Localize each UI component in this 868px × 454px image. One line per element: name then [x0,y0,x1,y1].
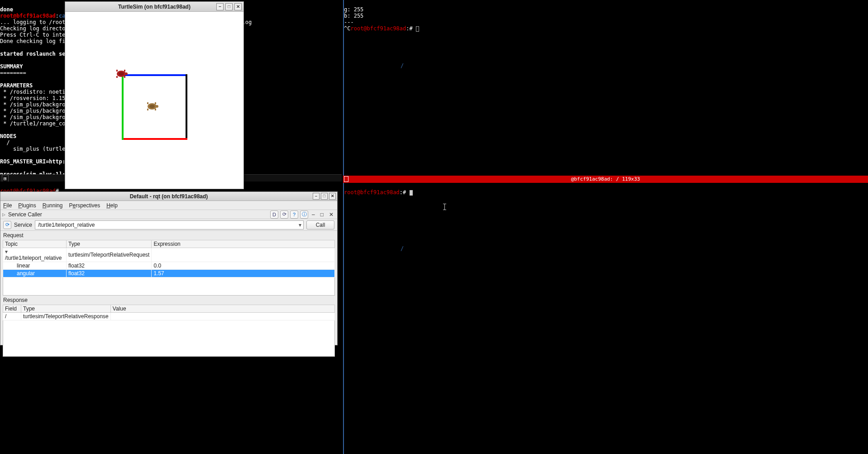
turtlesim-canvas[interactable] [65,12,243,189]
menu-help[interactable]: Help [106,202,118,209]
svg-rect-3 [116,70,118,72]
service-label: Service [14,222,32,228]
maximize-icon[interactable]: □ [225,3,233,10]
svg-point-2 [125,72,128,75]
refresh-services-icon[interactable]: ⟳ [3,221,11,229]
rqt-dock-header: ▷ Service Caller D ⟳ ? ⓘ – □ ✕ [0,210,337,219]
request-table[interactable]: Topic Type Expression ▾/turtle1/teleport… [3,240,335,277]
service-combobox[interactable]: /turtle1/teleport_relative [35,220,304,229]
request-row[interactable]: ▾/turtle1/teleport_relativeturtlesim/Tel… [3,248,335,262]
minimize-icon[interactable]: – [313,193,320,200]
help-icon[interactable]: ? [290,210,298,219]
terminal-bottom-right[interactable]: root@bfcf91ac98ad:/# [343,183,868,454]
dock-btn-d-icon[interactable]: D [270,210,278,219]
svg-point-9 [156,105,158,108]
prompt-root: root [344,189,357,196]
svg-point-1 [119,72,124,76]
svg-rect-6 [124,76,125,78]
tmux-status-text: @bfcf91ac98ad: / 119x33 [571,176,640,182]
rqt-menubar[interactable]: File Plugins Running Perspectives Help [0,201,337,210]
svg-rect-5 [124,70,125,72]
term-tr-text: g: 255 b: 255 --- ^Croot@bfcf91ac98ad:/# [344,6,419,32]
response-table[interactable]: Field Type Value /turtlesim/TeleportRela… [3,305,335,320]
svg-rect-10 [147,102,148,104]
dock-minimize-icon[interactable]: – [310,211,317,218]
trail-left [122,74,124,140]
menu-plugins[interactable]: Plugins [18,202,36,209]
request-table-blank [3,277,335,296]
rqt-title: Default - rqt (on bfcf91ac98ad) [130,193,208,200]
svg-rect-11 [147,109,148,110]
prompt-path: / [401,245,466,311]
req-col-topic[interactable]: Topic [3,240,67,248]
call-button[interactable]: Call [306,220,334,229]
tmux-status-indicator-icon [344,176,348,182]
text-cursor-icon [444,204,445,210]
menu-running[interactable]: Running [43,202,63,209]
dock-float-icon[interactable]: □ [319,211,325,218]
resp-col-value[interactable]: Value [110,305,334,313]
maximize-icon[interactable]: □ [321,193,328,200]
close-icon[interactable]: ✕ [234,3,242,10]
request-row[interactable]: linearfloat320.0 [3,262,335,270]
turtlesim-titlebar[interactable]: TurtleSim (on bfcf91ac98ad) – □ ✕ [65,2,243,12]
svg-rect-4 [116,76,118,78]
resp-col-type[interactable]: Type [21,305,111,313]
menu-file[interactable]: File [3,202,12,209]
request-row[interactable]: angularfloat321.57 [3,270,335,277]
response-section-label: Response [0,296,337,305]
terminal-top-right[interactable]: g: 255 b: 255 --- ^Croot@bfcf91ac98ad:/# [343,0,868,176]
request-section-label: Request [0,231,337,240]
minimize-icon[interactable]: – [216,3,224,10]
prompt-host: @bfcf91ac98ad [357,189,400,196]
svg-point-8 [149,105,155,108]
info-icon[interactable]: ⓘ [300,210,308,219]
req-col-expr[interactable]: Expression [152,240,335,248]
brown-turtle-icon [146,101,158,111]
dock-title: Service Caller [8,211,42,218]
refresh-icon[interactable]: ⟳ [280,210,288,219]
response-table-blank [3,320,335,357]
turtlesim-window[interactable]: TurtleSim (on bfcf91ac98ad) – □ ✕ [65,1,244,189]
resp-col-field[interactable]: Field [3,305,21,313]
rqt-window[interactable]: Default - rqt (on bfcf91ac98ad) – □ ✕ Fi… [0,191,338,345]
trail-bottom [122,138,187,140]
close-icon[interactable]: ✕ [329,193,336,200]
expand-icon[interactable]: ▷ [2,212,5,217]
red-turtle-icon [115,69,128,79]
prompt-tail: # [403,189,409,196]
tmux-statusbar: @bfcf91ac98ad: / 119x33 [343,176,868,183]
response-row[interactable]: /turtlesim/TeleportRelativeResponse [3,313,335,320]
service-combobox-value: /turtle1/teleport_relative [38,222,95,228]
trail-right [186,74,187,140]
dock-close-icon[interactable]: ✕ [327,211,335,218]
rqt-titlebar[interactable]: Default - rqt (on bfcf91ac98ad) – □ ✕ [0,192,337,201]
trail-top [122,74,187,76]
svg-rect-12 [155,102,156,104]
menu-perspectives[interactable]: Perspectives [69,202,100,209]
req-col-type[interactable]: Type [67,240,152,248]
cursor-icon [410,190,413,196]
service-row: ⟳ Service /turtle1/teleport_relative Cal… [0,219,337,231]
svg-rect-13 [155,109,156,110]
